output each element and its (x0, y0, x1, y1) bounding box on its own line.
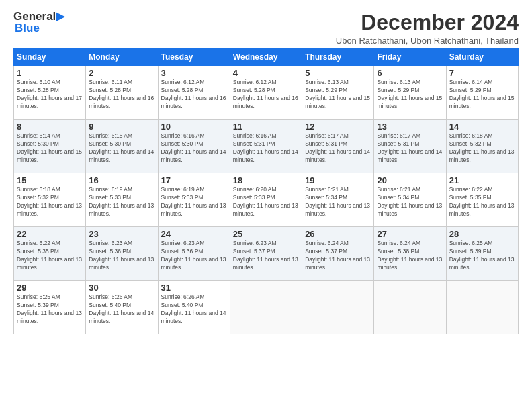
table-cell: 19Sunrise: 6:21 AMSunset: 5:34 PMDayligh… (302, 173, 374, 227)
col-sunday: Sunday (14, 49, 86, 66)
day-number: 13 (377, 122, 443, 132)
day-info: Sunrise: 6:15 AMSunset: 5:30 PMDaylight:… (89, 132, 154, 165)
day-number: 11 (233, 122, 299, 132)
day-info: Sunrise: 6:10 AMSunset: 5:28 PMDaylight:… (17, 79, 83, 111)
header: General▶ Blue December 2024 Ubon Ratchat… (13, 11, 519, 46)
table-cell (230, 281, 302, 334)
table-cell: 6Sunrise: 6:13 AMSunset: 5:29 PMDaylight… (374, 66, 446, 120)
table-cell: 14Sunrise: 6:18 AMSunset: 5:32 PMDayligh… (446, 120, 518, 173)
table-cell: 1Sunrise: 6:10 AMSunset: 5:28 PMDaylight… (14, 66, 86, 120)
day-number: 9 (89, 122, 154, 132)
day-number: 16 (89, 175, 154, 185)
day-number: 19 (305, 175, 371, 185)
table-cell: 18Sunrise: 6:20 AMSunset: 5:33 PMDayligh… (230, 173, 302, 227)
day-info: Sunrise: 6:22 AMSunset: 5:35 PMDaylight:… (449, 186, 515, 218)
calendar-week-row: 29Sunrise: 6:25 AMSunset: 5:39 PMDayligh… (14, 281, 519, 334)
table-cell: 31Sunrise: 6:26 AMSunset: 5:40 PMDayligh… (158, 281, 230, 334)
day-info: Sunrise: 6:12 AMSunset: 5:28 PMDaylight:… (233, 79, 299, 111)
day-info: Sunrise: 6:24 AMSunset: 5:37 PMDaylight:… (305, 240, 371, 272)
table-cell: 21Sunrise: 6:22 AMSunset: 5:35 PMDayligh… (446, 173, 518, 227)
table-cell: 7Sunrise: 6:14 AMSunset: 5:29 PMDaylight… (446, 66, 518, 120)
month-title: December 2024 (336, 11, 519, 34)
day-number: 24 (161, 229, 227, 239)
table-cell: 17Sunrise: 6:19 AMSunset: 5:33 PMDayligh… (158, 173, 230, 227)
day-number: 3 (161, 68, 227, 78)
col-friday: Friday (374, 49, 446, 66)
day-info: Sunrise: 6:23 AMSunset: 5:37 PMDaylight:… (233, 240, 299, 272)
day-number: 29 (17, 283, 83, 293)
table-cell: 8Sunrise: 6:14 AMSunset: 5:30 PMDaylight… (14, 120, 86, 173)
day-info: Sunrise: 6:13 AMSunset: 5:29 PMDaylight:… (305, 79, 371, 111)
day-info: Sunrise: 6:25 AMSunset: 5:39 PMDaylight:… (449, 240, 515, 272)
header-row: Sunday Monday Tuesday Wednesday Thursday… (14, 49, 519, 66)
table-cell: 2Sunrise: 6:11 AMSunset: 5:28 PMDaylight… (86, 66, 158, 120)
table-cell: 23Sunrise: 6:23 AMSunset: 5:36 PMDayligh… (86, 227, 158, 281)
day-info: Sunrise: 6:20 AMSunset: 5:33 PMDaylight:… (233, 186, 299, 218)
day-number: 20 (377, 175, 443, 185)
table-cell: 25Sunrise: 6:23 AMSunset: 5:37 PMDayligh… (230, 227, 302, 281)
col-monday: Monday (86, 49, 158, 66)
day-info: Sunrise: 6:21 AMSunset: 5:34 PMDaylight:… (305, 186, 371, 218)
table-cell: 27Sunrise: 6:24 AMSunset: 5:38 PMDayligh… (374, 227, 446, 281)
day-info: Sunrise: 6:25 AMSunset: 5:39 PMDaylight:… (17, 293, 83, 326)
day-info: Sunrise: 6:12 AMSunset: 5:28 PMDaylight:… (161, 79, 227, 111)
day-number: 6 (377, 68, 443, 78)
day-number: 15 (17, 175, 83, 185)
day-info: Sunrise: 6:16 AMSunset: 5:30 PMDaylight:… (161, 132, 227, 165)
day-info: Sunrise: 6:18 AMSunset: 5:32 PMDaylight:… (17, 186, 83, 218)
calendar-week-row: 1Sunrise: 6:10 AMSunset: 5:28 PMDaylight… (14, 66, 519, 120)
day-info: Sunrise: 6:24 AMSunset: 5:38 PMDaylight:… (377, 240, 443, 272)
day-number: 2 (89, 68, 154, 78)
day-number: 14 (449, 122, 515, 132)
day-number: 10 (161, 122, 227, 132)
table-cell: 4Sunrise: 6:12 AMSunset: 5:28 PMDaylight… (230, 66, 302, 120)
table-cell: 20Sunrise: 6:21 AMSunset: 5:34 PMDayligh… (374, 173, 446, 227)
day-info: Sunrise: 6:21 AMSunset: 5:34 PMDaylight:… (377, 186, 443, 218)
day-number: 17 (161, 175, 227, 185)
table-cell: 28Sunrise: 6:25 AMSunset: 5:39 PMDayligh… (446, 227, 518, 281)
table-cell: 5Sunrise: 6:13 AMSunset: 5:29 PMDaylight… (302, 66, 374, 120)
table-cell: 15Sunrise: 6:18 AMSunset: 5:32 PMDayligh… (14, 173, 86, 227)
day-info: Sunrise: 6:23 AMSunset: 5:36 PMDaylight:… (89, 240, 154, 272)
day-number: 25 (233, 229, 299, 239)
day-info: Sunrise: 6:17 AMSunset: 5:31 PMDaylight:… (305, 132, 371, 165)
calendar-table: Sunday Monday Tuesday Wednesday Thursday… (13, 48, 519, 334)
day-number: 22 (17, 229, 83, 239)
calendar-week-row: 8Sunrise: 6:14 AMSunset: 5:30 PMDaylight… (14, 120, 519, 173)
calendar-week-row: 22Sunrise: 6:22 AMSunset: 5:35 PMDayligh… (14, 227, 519, 281)
day-info: Sunrise: 6:19 AMSunset: 5:33 PMDaylight:… (161, 186, 227, 218)
table-cell (446, 281, 518, 334)
location: Ubon Ratchathani, Ubon Ratchathani, Thai… (336, 36, 519, 46)
table-cell: 29Sunrise: 6:25 AMSunset: 5:39 PMDayligh… (14, 281, 86, 334)
day-info: Sunrise: 6:22 AMSunset: 5:35 PMDaylight:… (17, 240, 83, 272)
table-cell: 11Sunrise: 6:16 AMSunset: 5:31 PMDayligh… (230, 120, 302, 173)
col-wednesday: Wednesday (230, 49, 302, 66)
table-cell: 30Sunrise: 6:26 AMSunset: 5:40 PMDayligh… (86, 281, 158, 334)
col-saturday: Saturday (446, 49, 518, 66)
day-number: 8 (17, 122, 83, 132)
day-number: 31 (161, 283, 227, 293)
table-cell: 13Sunrise: 6:17 AMSunset: 5:31 PMDayligh… (374, 120, 446, 173)
day-number: 26 (305, 229, 371, 239)
table-cell: 3Sunrise: 6:12 AMSunset: 5:28 PMDaylight… (158, 66, 230, 120)
day-info: Sunrise: 6:11 AMSunset: 5:28 PMDaylight:… (89, 79, 154, 111)
day-number: 27 (377, 229, 443, 239)
table-cell: 12Sunrise: 6:17 AMSunset: 5:31 PMDayligh… (302, 120, 374, 173)
table-cell: 22Sunrise: 6:22 AMSunset: 5:35 PMDayligh… (14, 227, 86, 281)
table-cell: 26Sunrise: 6:24 AMSunset: 5:37 PMDayligh… (302, 227, 374, 281)
table-cell: 24Sunrise: 6:23 AMSunset: 5:36 PMDayligh… (158, 227, 230, 281)
day-number: 23 (89, 229, 154, 239)
day-number: 12 (305, 122, 371, 132)
logo-subtext: Blue (15, 22, 40, 34)
day-number: 7 (449, 68, 515, 78)
table-cell: 16Sunrise: 6:19 AMSunset: 5:33 PMDayligh… (86, 173, 158, 227)
title-section: December 2024 Ubon Ratchathani, Ubon Rat… (336, 11, 519, 46)
day-info: Sunrise: 6:19 AMSunset: 5:33 PMDaylight:… (89, 186, 154, 218)
day-info: Sunrise: 6:26 AMSunset: 5:40 PMDaylight:… (161, 293, 227, 326)
day-info: Sunrise: 6:23 AMSunset: 5:36 PMDaylight:… (161, 240, 227, 272)
table-cell: 10Sunrise: 6:16 AMSunset: 5:30 PMDayligh… (158, 120, 230, 173)
col-thursday: Thursday (302, 49, 374, 66)
day-info: Sunrise: 6:14 AMSunset: 5:29 PMDaylight:… (449, 79, 515, 111)
table-cell: 9Sunrise: 6:15 AMSunset: 5:30 PMDaylight… (86, 120, 158, 173)
day-info: Sunrise: 6:26 AMSunset: 5:40 PMDaylight:… (89, 293, 154, 326)
